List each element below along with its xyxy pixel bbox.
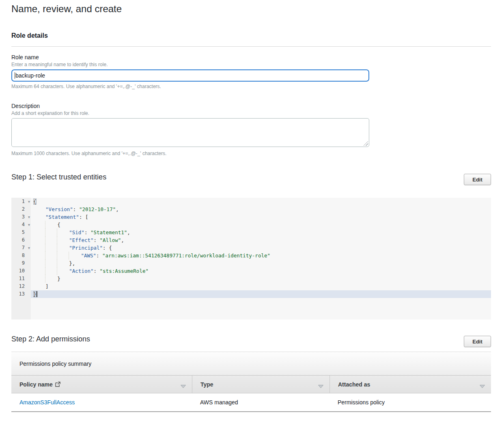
code-line[interactable]: } [31,275,491,283]
code-line[interactable]: } [31,290,491,298]
gutter-line-number: 12 [11,283,31,290]
column-header-policy-name[interactable]: Policy name [11,376,192,393]
section-divider [11,46,491,47]
role-name-help: Enter a meaningful name to identify this… [11,62,108,67]
attached-as-cell: Permissions policy [330,399,491,406]
column-header-type[interactable]: Type [192,376,330,393]
permissions-panel-title: Permissions policy summary [11,352,491,376]
gutter-line-number: 3 [11,213,31,221]
policy-name-cell: AmazonS3FullAccess [11,399,192,406]
code-line[interactable]: }, [31,259,491,267]
editor-caret [37,291,37,297]
step1-edit-button[interactable]: Edit [464,174,491,185]
editor-code-area[interactable]: { "Version": "2012-10-17", "Statement": … [31,198,491,320]
gutter-line-number: 5 [11,229,31,236]
policy-link[interactable]: AmazonS3FullAccess [19,399,75,406]
role-name-label: Role name [11,54,39,60]
role-name-constraint: Maximum 64 characters. Use alphanumeric … [11,84,161,89]
filter-dropdown-icon[interactable] [318,383,323,386]
name-review-create-page: Name, review, and create Role details Ro… [0,0,504,421]
policy-table-row: AmazonS3FullAccess AWS managed Permissio… [11,393,491,411]
role-name-input[interactable] [11,69,369,82]
description-textarea[interactable] [11,118,369,147]
step1-heading: Step 1: Select trusted entities [11,173,106,181]
page-title: Name, review, and create [11,3,122,15]
gutter-line-number: 8 [11,252,31,259]
code-line[interactable]: "Action": "sts:AssumeRole" [31,267,491,275]
filter-dropdown-icon[interactable] [181,383,186,386]
external-link-icon [55,382,60,387]
code-line[interactable]: "Effect": "Allow", [31,236,491,244]
fold-toggle-icon[interactable] [25,221,30,229]
gutter-line-number: 2 [11,205,31,213]
attached-as-column-label: Attached as [338,381,370,388]
description-help: Add a short explanation for this role. [11,110,89,116]
policy-table-header: Policy name Type Attached as [11,376,491,393]
fold-toggle-icon[interactable] [25,213,30,221]
type-column-label: Type [200,381,213,388]
code-line[interactable]: ] [31,283,491,290]
filter-dropdown-icon[interactable] [480,383,485,386]
code-line[interactable]: { [31,221,491,229]
description-constraint: Maximum 1000 characters. Use alphanumeri… [11,151,166,156]
editor-gutter: 12345678910111213 [11,198,31,320]
policy-type-cell: AWS managed [192,399,330,406]
gutter-line-number: 6 [11,236,31,244]
gutter-line-number: 11 [11,275,31,283]
code-line[interactable]: "Statement": [ [31,213,491,221]
step2-heading: Step 2: Add permissions [11,335,90,343]
fold-toggle-icon[interactable] [25,198,30,205]
gutter-line-number: 4 [11,221,31,229]
role-details-heading: Role details [11,32,48,39]
gutter-line-number: 9 [11,259,31,267]
permissions-summary-panel: Permissions policy summary Policy name T… [11,352,491,412]
gutter-line-number: 13 [11,290,31,298]
code-line[interactable]: "Sid": "Statement1", [31,229,491,236]
policy-name-column-label: Policy name [19,381,53,388]
gutter-line-number: 1 [11,198,31,205]
description-field-wrap [11,118,369,147]
description-label: Description [11,103,40,109]
code-line[interactable]: { [31,198,491,205]
code-line[interactable]: "Version": "2012-10-17", [31,205,491,213]
gutter-line-number: 7 [11,244,31,252]
trust-policy-editor[interactable]: 12345678910111213 { "Version": "2012-10-… [11,198,491,320]
code-line[interactable]: "Principal": { [31,244,491,252]
step2-edit-button[interactable]: Edit [464,336,491,347]
code-line[interactable]: "AWS": "arn:aws:iam::541263489771:role/w… [31,252,491,259]
role-name-field-wrap [11,69,369,82]
column-header-attached-as[interactable]: Attached as [330,376,491,393]
gutter-line-number: 10 [11,267,31,275]
fold-toggle-icon[interactable] [25,244,30,252]
